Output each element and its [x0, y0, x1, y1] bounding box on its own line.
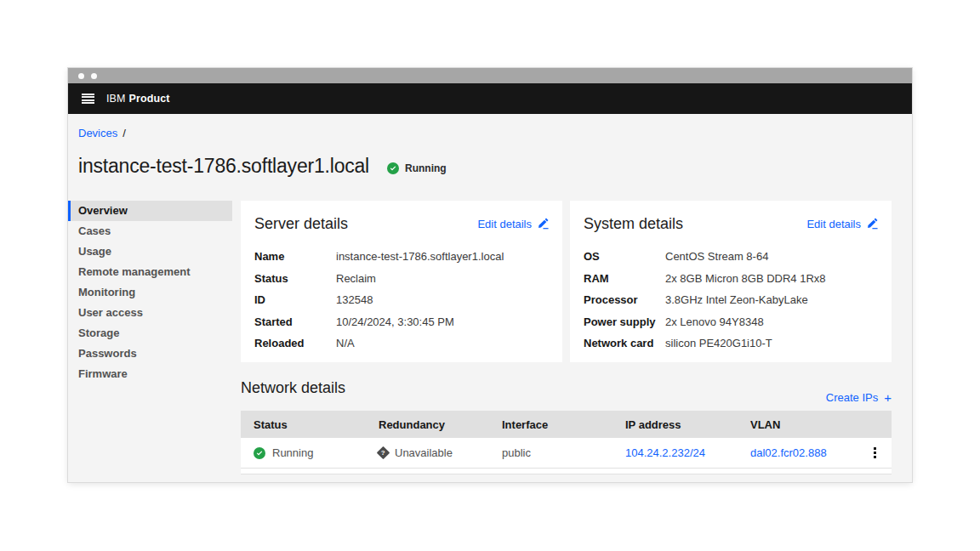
detail-panel: Server details Edit details Nameinstance…	[241, 201, 892, 474]
sidebar-item-overview[interactable]: Overview	[68, 201, 232, 221]
sidebar-item-usage[interactable]: Usage	[68, 241, 232, 262]
server-edit-details-link[interactable]: Edit details	[477, 218, 549, 230]
page-title: instance-test-1786.softlayer1.local	[78, 154, 369, 179]
title-row: instance-test-1786.softlayer1.local Runn…	[78, 154, 912, 179]
app-brand: IBMProduct	[106, 93, 169, 105]
sidebar-item-cases[interactable]: Cases	[68, 221, 232, 241]
system-details-card: System details Edit details OSCentOS Str…	[570, 201, 892, 362]
column-header-ip-address: IP address	[612, 418, 738, 431]
sidebar-item-remote-management[interactable]: Remote management	[68, 262, 232, 282]
breadcrumb: Devices/	[78, 127, 912, 139]
overflow-menu-icon[interactable]	[870, 444, 880, 462]
sidebar-item-storage[interactable]: Storage	[68, 323, 232, 344]
network-table: Status Redundancy Interface IP address V…	[241, 411, 892, 474]
edit-icon	[866, 218, 878, 230]
app-window: IBMProduct Devices/ instance-test-1786.s…	[68, 68, 912, 482]
checkmark-icon	[254, 447, 265, 459]
table-header-row: Status Redundancy Interface IP address V…	[241, 411, 892, 438]
detail-row: Power supply2x Lenovo 94Y8348	[584, 311, 878, 333]
sidebar-item-passwords[interactable]: Passwords	[68, 344, 232, 364]
menu-icon[interactable]	[82, 94, 94, 105]
status-label: Running	[405, 162, 447, 174]
system-edit-details-link[interactable]: Edit details	[806, 218, 878, 230]
column-header-vlan: VLAN	[738, 418, 858, 431]
sidebar: Overview Cases Usage Remote management M…	[68, 201, 232, 474]
edit-details-label: Edit details	[477, 218, 532, 230]
detail-row: Started10/24/2024, 3:30:45 PM	[254, 311, 549, 333]
main-area: Overview Cases Usage Remote management M…	[68, 201, 912, 474]
add-icon: +	[884, 392, 892, 403]
edit-details-label: Edit details	[806, 218, 861, 230]
system-details-title: System details	[584, 215, 683, 233]
brand-prefix: IBM	[106, 93, 126, 105]
ip-address-cell: 104.24.2.232/24	[612, 446, 738, 459]
server-details-card: Server details Edit details Nameinstance…	[241, 201, 562, 362]
brand-name: Product	[129, 93, 170, 105]
detail-row: ID132548	[254, 289, 549, 311]
detail-row: RAM2x 8GB Micron 8GB DDR4 1Rx8	[584, 268, 878, 290]
detail-row: Nameinstance-test-1786.softlayer1.local	[254, 246, 549, 268]
create-ips-label: Create IPs	[826, 391, 878, 404]
interface-cell: public	[489, 446, 612, 459]
detail-row: Processor3.8GHz Intel Zeon-KabyLake	[584, 289, 878, 311]
breadcrumb-separator: /	[122, 127, 126, 139]
sidebar-item-monitoring[interactable]: Monitoring	[68, 282, 232, 303]
sidebar-item-user-access[interactable]: User access	[68, 303, 232, 323]
column-header-redundancy: Redundancy	[366, 418, 489, 431]
detail-row: ReloadedN/A	[254, 332, 549, 355]
breadcrumb-link-devices[interactable]: Devices	[78, 127, 117, 139]
network-details-title: Network details	[241, 379, 345, 397]
column-header-status: Status	[241, 418, 366, 431]
detail-row: StatusReclaim	[254, 268, 549, 290]
vlan-cell: dal02.fcr02.888	[738, 446, 858, 459]
column-header-interface: Interface	[489, 418, 612, 431]
window-control-dot[interactable]	[78, 73, 84, 79]
detail-cards: Server details Edit details Nameinstance…	[241, 201, 892, 362]
ip-address-link[interactable]: 104.24.2.232/24	[625, 446, 705, 459]
table-row: Running ? Unavailable public 104.24.2.23…	[241, 438, 892, 469]
status-badge: Running	[387, 162, 447, 174]
detail-row: Network cardsilicon PE420G1i10-T	[584, 332, 878, 355]
window-titlebar	[68, 68, 912, 83]
app-header: IBMProduct	[68, 83, 912, 114]
server-details-title: Server details	[254, 215, 348, 233]
edit-icon	[537, 218, 549, 230]
page-content: Devices/ instance-test-1786.softlayer1.l…	[68, 114, 912, 482]
redundancy-cell: ? Unavailable	[366, 446, 489, 459]
table-row-partial	[241, 469, 892, 474]
create-ips-link[interactable]: Create IPs +	[826, 391, 892, 404]
detail-row: OSCentOS Stream 8-64	[584, 246, 878, 268]
network-details-section: Network details Create IPs + Status Redu…	[241, 379, 892, 474]
window-control-dot[interactable]	[91, 73, 97, 79]
status-cell: Running	[241, 446, 366, 459]
unknown-icon: ?	[377, 446, 390, 460]
sidebar-item-firmware[interactable]: Firmware	[68, 364, 232, 384]
checkmark-icon	[387, 162, 399, 174]
vlan-link[interactable]: dal02.fcr02.888	[750, 446, 827, 459]
